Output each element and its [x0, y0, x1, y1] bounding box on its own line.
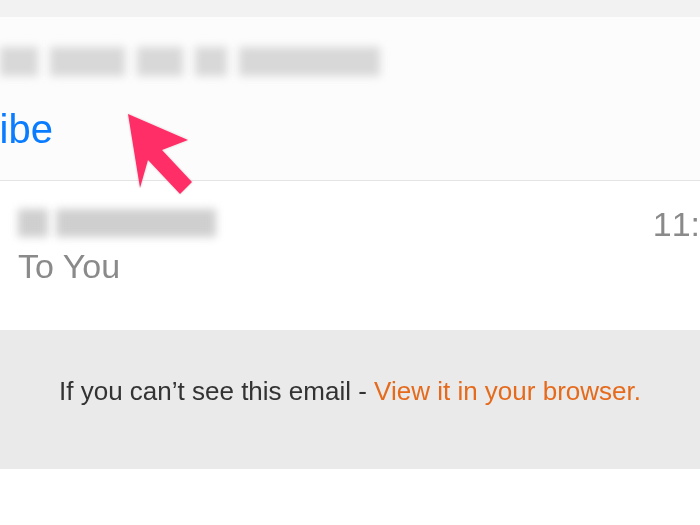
view-in-browser-link[interactable]: View it in your browser. — [374, 376, 641, 406]
banner-text: If you can’t see this email - — [59, 376, 374, 406]
timestamp: 11: — [653, 205, 700, 244]
subject-blurred — [0, 47, 380, 76]
email-viewer: bscribe To You 11: If you can’t see this… — [0, 0, 700, 525]
email-header: bscribe — [0, 17, 700, 181]
recipient-line: To You — [18, 247, 700, 286]
unsubscribe-link[interactable]: bscribe — [0, 107, 53, 152]
top-strip — [0, 0, 700, 17]
sender-meta: To You 11: — [0, 181, 700, 296]
sender-name-blurred — [18, 209, 218, 237]
fallback-banner: If you can’t see this email - View it in… — [0, 330, 700, 469]
